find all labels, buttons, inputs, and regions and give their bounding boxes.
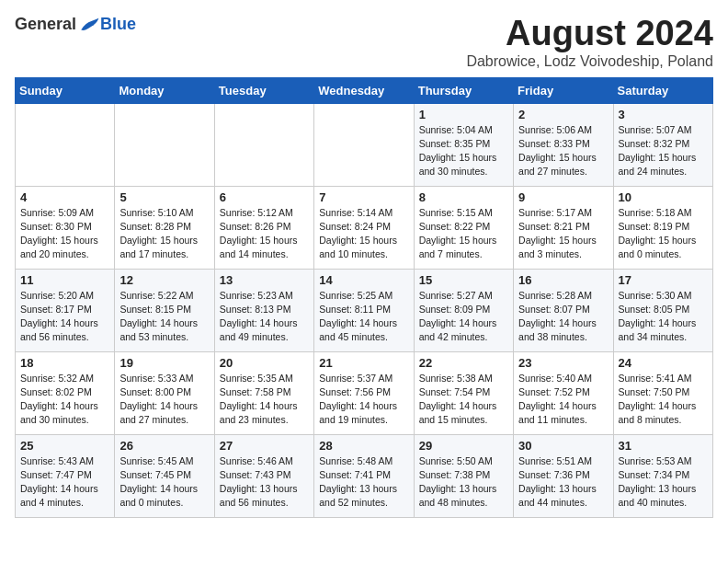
day-number: 22 xyxy=(419,356,508,370)
day-number: 15 xyxy=(419,273,508,287)
day-info: Sunrise: 5:32 AM Sunset: 8:02 PM Dayligh… xyxy=(20,372,109,428)
day-info: Sunrise: 5:17 AM Sunset: 8:21 PM Dayligh… xyxy=(518,206,608,262)
calendar-cell xyxy=(314,103,414,186)
calendar-cell: 20Sunrise: 5:35 AM Sunset: 7:58 PM Dayli… xyxy=(214,351,313,434)
calendar-cell: 15Sunrise: 5:27 AM Sunset: 8:09 PM Dayli… xyxy=(414,269,513,351)
calendar-cell: 6Sunrise: 5:12 AM Sunset: 8:26 PM Daylig… xyxy=(214,186,313,269)
page-header: General Blue August 2024 Dabrowice, Lodz… xyxy=(15,15,713,70)
calendar-cell: 26Sunrise: 5:45 AM Sunset: 7:45 PM Dayli… xyxy=(115,434,214,517)
day-info: Sunrise: 5:09 AM Sunset: 8:30 PM Dayligh… xyxy=(20,206,109,262)
day-info: Sunrise: 5:37 AM Sunset: 7:56 PM Dayligh… xyxy=(319,372,408,428)
calendar-cell: 16Sunrise: 5:28 AM Sunset: 8:07 PM Dayli… xyxy=(514,269,613,351)
day-number: 21 xyxy=(319,356,408,370)
day-info: Sunrise: 5:38 AM Sunset: 7:54 PM Dayligh… xyxy=(419,372,508,428)
weekday-header-sunday: Sunday xyxy=(16,77,115,103)
day-info: Sunrise: 5:51 AM Sunset: 7:36 PM Dayligh… xyxy=(518,454,608,511)
day-number: 4 xyxy=(20,190,109,204)
day-number: 19 xyxy=(119,356,209,370)
calendar-cell: 12Sunrise: 5:22 AM Sunset: 8:15 PM Dayli… xyxy=(115,269,214,351)
day-info: Sunrise: 5:23 AM Sunset: 8:13 PM Dayligh… xyxy=(220,289,309,345)
day-number: 11 xyxy=(20,273,109,287)
calendar-cell: 8Sunrise: 5:15 AM Sunset: 8:22 PM Daylig… xyxy=(414,186,513,269)
calendar-week-row: 4Sunrise: 5:09 AM Sunset: 8:30 PM Daylig… xyxy=(16,186,713,269)
day-number: 5 xyxy=(119,190,209,204)
calendar-cell: 17Sunrise: 5:30 AM Sunset: 8:05 PM Dayli… xyxy=(613,269,712,351)
day-info: Sunrise: 5:10 AM Sunset: 8:28 PM Dayligh… xyxy=(119,206,209,262)
calendar-cell: 1Sunrise: 5:04 AM Sunset: 8:35 PM Daylig… xyxy=(414,103,513,186)
calendar-cell: 2Sunrise: 5:06 AM Sunset: 8:33 PM Daylig… xyxy=(514,103,613,186)
logo-general-text: General xyxy=(15,15,76,34)
day-info: Sunrise: 5:40 AM Sunset: 7:52 PM Dayligh… xyxy=(518,372,608,428)
calendar-week-row: 1Sunrise: 5:04 AM Sunset: 8:35 PM Daylig… xyxy=(16,103,713,186)
calendar-cell: 25Sunrise: 5:43 AM Sunset: 7:47 PM Dayli… xyxy=(16,434,115,517)
day-info: Sunrise: 5:27 AM Sunset: 8:09 PM Dayligh… xyxy=(419,289,508,345)
calendar-cell: 18Sunrise: 5:32 AM Sunset: 8:02 PM Dayli… xyxy=(16,351,115,434)
calendar-cell: 28Sunrise: 5:48 AM Sunset: 7:41 PM Dayli… xyxy=(314,434,414,517)
day-number: 28 xyxy=(319,439,408,453)
day-info: Sunrise: 5:33 AM Sunset: 8:00 PM Dayligh… xyxy=(119,372,209,428)
calendar-cell: 29Sunrise: 5:50 AM Sunset: 7:38 PM Dayli… xyxy=(414,434,513,517)
day-info: Sunrise: 5:46 AM Sunset: 7:43 PM Dayligh… xyxy=(220,454,309,511)
logo-bird-icon xyxy=(78,16,100,34)
day-number: 14 xyxy=(319,273,408,287)
day-info: Sunrise: 5:22 AM Sunset: 8:15 PM Dayligh… xyxy=(119,289,209,345)
day-info: Sunrise: 5:41 AM Sunset: 7:50 PM Dayligh… xyxy=(619,372,708,428)
weekday-header-tuesday: Tuesday xyxy=(214,77,313,103)
day-info: Sunrise: 5:43 AM Sunset: 7:47 PM Dayligh… xyxy=(20,454,109,511)
logo: General Blue xyxy=(15,15,136,34)
day-info: Sunrise: 5:50 AM Sunset: 7:38 PM Dayligh… xyxy=(419,454,508,511)
day-number: 10 xyxy=(619,190,708,204)
day-number: 1 xyxy=(419,108,508,121)
weekday-header-monday: Monday xyxy=(115,77,214,103)
calendar-cell: 7Sunrise: 5:14 AM Sunset: 8:24 PM Daylig… xyxy=(314,186,414,269)
calendar-cell: 27Sunrise: 5:46 AM Sunset: 7:43 PM Dayli… xyxy=(214,434,313,517)
calendar-cell xyxy=(214,103,313,186)
weekday-header-friday: Friday xyxy=(514,77,613,103)
calendar-cell: 24Sunrise: 5:41 AM Sunset: 7:50 PM Dayli… xyxy=(613,351,712,434)
calendar-cell: 4Sunrise: 5:09 AM Sunset: 8:30 PM Daylig… xyxy=(16,186,115,269)
calendar-cell: 30Sunrise: 5:51 AM Sunset: 7:36 PM Dayli… xyxy=(514,434,613,517)
month-year-title: August 2024 xyxy=(466,15,713,53)
day-info: Sunrise: 5:30 AM Sunset: 8:05 PM Dayligh… xyxy=(619,289,708,345)
calendar-cell: 21Sunrise: 5:37 AM Sunset: 7:56 PM Dayli… xyxy=(314,351,414,434)
day-number: 29 xyxy=(419,439,508,453)
day-info: Sunrise: 5:07 AM Sunset: 8:32 PM Dayligh… xyxy=(619,123,708,179)
day-info: Sunrise: 5:20 AM Sunset: 8:17 PM Dayligh… xyxy=(20,289,109,345)
day-number: 31 xyxy=(619,439,708,453)
calendar-cell: 3Sunrise: 5:07 AM Sunset: 8:32 PM Daylig… xyxy=(613,103,712,186)
calendar-cell: 31Sunrise: 5:53 AM Sunset: 7:34 PM Dayli… xyxy=(613,434,712,517)
day-info: Sunrise: 5:04 AM Sunset: 8:35 PM Dayligh… xyxy=(419,123,508,179)
calendar-cell: 5Sunrise: 5:10 AM Sunset: 8:28 PM Daylig… xyxy=(115,186,214,269)
day-number: 2 xyxy=(518,108,608,121)
day-info: Sunrise: 5:53 AM Sunset: 7:34 PM Dayligh… xyxy=(619,454,708,511)
calendar-table: SundayMondayTuesdayWednesdayThursdayFrid… xyxy=(15,77,713,518)
calendar-header-row: SundayMondayTuesdayWednesdayThursdayFrid… xyxy=(16,77,713,103)
day-number: 18 xyxy=(20,356,109,370)
day-number: 7 xyxy=(319,190,408,204)
day-info: Sunrise: 5:12 AM Sunset: 8:26 PM Dayligh… xyxy=(220,206,309,262)
day-number: 17 xyxy=(619,273,708,287)
day-number: 8 xyxy=(419,190,508,204)
calendar-cell: 11Sunrise: 5:20 AM Sunset: 8:17 PM Dayli… xyxy=(16,269,115,351)
day-info: Sunrise: 5:06 AM Sunset: 8:33 PM Dayligh… xyxy=(518,123,608,179)
calendar-cell: 9Sunrise: 5:17 AM Sunset: 8:21 PM Daylig… xyxy=(514,186,613,269)
day-number: 25 xyxy=(20,439,109,453)
calendar-week-row: 25Sunrise: 5:43 AM Sunset: 7:47 PM Dayli… xyxy=(16,434,713,517)
location-subtitle: Dabrowice, Lodz Voivodeship, Poland xyxy=(466,53,713,70)
day-number: 24 xyxy=(619,356,708,370)
calendar-week-row: 11Sunrise: 5:20 AM Sunset: 8:17 PM Dayli… xyxy=(16,269,713,351)
day-info: Sunrise: 5:15 AM Sunset: 8:22 PM Dayligh… xyxy=(419,206,508,262)
day-number: 26 xyxy=(119,439,209,453)
day-number: 9 xyxy=(518,190,608,204)
weekday-header-wednesday: Wednesday xyxy=(314,77,414,103)
calendar-cell: 22Sunrise: 5:38 AM Sunset: 7:54 PM Dayli… xyxy=(414,351,513,434)
calendar-cell: 23Sunrise: 5:40 AM Sunset: 7:52 PM Dayli… xyxy=(514,351,613,434)
day-info: Sunrise: 5:25 AM Sunset: 8:11 PM Dayligh… xyxy=(319,289,408,345)
day-info: Sunrise: 5:35 AM Sunset: 7:58 PM Dayligh… xyxy=(220,372,309,428)
calendar-cell xyxy=(16,103,115,186)
day-info: Sunrise: 5:48 AM Sunset: 7:41 PM Dayligh… xyxy=(319,454,408,511)
day-number: 30 xyxy=(518,439,608,453)
calendar-cell: 10Sunrise: 5:18 AM Sunset: 8:19 PM Dayli… xyxy=(613,186,712,269)
weekday-header-thursday: Thursday xyxy=(414,77,513,103)
day-number: 16 xyxy=(518,273,608,287)
